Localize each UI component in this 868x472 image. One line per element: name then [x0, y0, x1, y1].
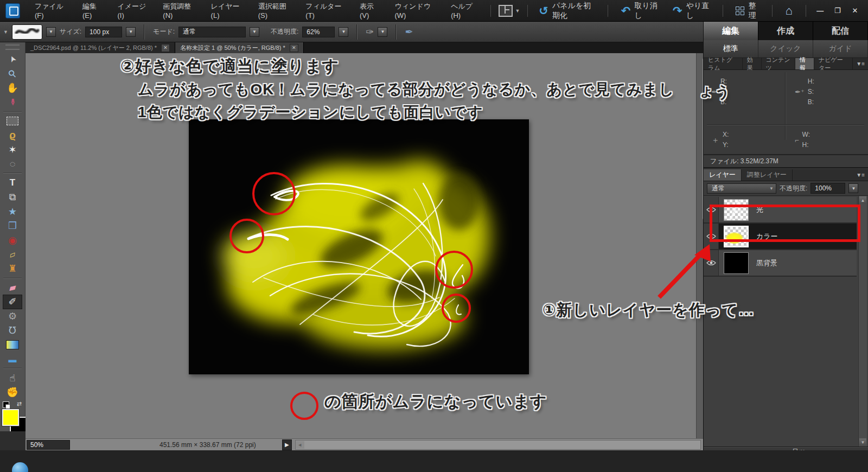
- crop-tool[interactable]: ⧉: [3, 190, 22, 204]
- shape-tool[interactable]: ▬: [3, 352, 22, 366]
- layers-menu-icon[interactable]: ▼≡: [853, 169, 868, 181]
- reset-panels-button[interactable]: ↺ パネルを初期化: [532, 1, 601, 21]
- close-button[interactable]: ✕: [847, 4, 863, 17]
- recompose-tool[interactable]: ❐: [3, 219, 22, 233]
- opacity-input[interactable]: 62%: [302, 27, 335, 37]
- airbrush-dropdown[interactable]: ▼: [378, 27, 387, 37]
- document-tab-bar: _DSC2964.psd @ 11.2% (レイヤー 2, RGB/8) * ✕…: [25, 42, 703, 53]
- layer-thumbnail[interactable]: [724, 252, 749, 274]
- undo-button[interactable]: ↶ 取り消し: [615, 1, 664, 21]
- minimize-button[interactable]: —: [813, 4, 828, 17]
- quick-selection-tool[interactable]: ◌: [3, 157, 22, 171]
- canvas-image-light-painting[interactable]: [189, 119, 529, 374]
- menu-enhance[interactable]: 画質調整(N): [156, 0, 203, 22]
- opacity-label: 不透明度:: [271, 27, 298, 36]
- zoom-tool[interactable]: ⚲: [3, 66, 22, 80]
- undo-label: 取り消し: [634, 1, 658, 21]
- redo-button[interactable]: ↷ やり直し: [666, 1, 716, 21]
- tab-edit[interactable]: 編集: [704, 22, 758, 40]
- tab-layers[interactable]: レイヤー: [704, 169, 742, 181]
- menu-image[interactable]: イメージ(I): [110, 0, 156, 22]
- gradient-tool[interactable]: [3, 337, 22, 352]
- layers-opacity-input[interactable]: 100%: [810, 183, 845, 194]
- eraser-tool[interactable]: ▰: [3, 280, 22, 295]
- brush-stroke-preview[interactable]: [12, 24, 42, 40]
- panel-menu-icon[interactable]: ▼≡: [853, 58, 868, 69]
- document-tab-dsc2964[interactable]: _DSC2964.psd @ 11.2% (レイヤー 2, RGB/8) * ✕: [25, 42, 175, 53]
- tab-standard[interactable]: 標準: [704, 40, 758, 58]
- sponge-tool[interactable]: ✊: [3, 385, 22, 399]
- status-options-button[interactable]: ▶: [282, 439, 292, 450]
- foreground-color-swatch[interactable]: [2, 409, 19, 426]
- home-button[interactable]: ⌂: [778, 4, 799, 18]
- tab-info[interactable]: 情報: [795, 58, 814, 69]
- tab-share[interactable]: 配信: [813, 22, 868, 40]
- annotation-step2-line1: ②好きな色で適当に塗ります: [120, 55, 339, 78]
- scroll-down-icon[interactable]: ▼: [859, 438, 866, 446]
- toolbox-grip[interactable]: [5, 44, 20, 50]
- eyedropper-tool[interactable]: ✒: [3, 95, 22, 109]
- restore-button[interactable]: ❐: [830, 4, 845, 17]
- rect-marquee-tool[interactable]: [3, 114, 22, 128]
- menu-view[interactable]: 表示(V): [353, 0, 388, 22]
- paint-bucket-tool[interactable]: ℧: [3, 323, 22, 337]
- menu-filter[interactable]: フィルター(T): [298, 0, 353, 22]
- close-tab-icon[interactable]: ✕: [161, 44, 170, 52]
- mode-select[interactable]: 通常: [178, 27, 246, 37]
- close-tab-icon[interactable]: ✕: [290, 44, 298, 52]
- collapse-options-icon[interactable]: ▼: [3, 29, 8, 35]
- organize-button[interactable]: 整理: [729, 1, 765, 21]
- brush-tool-selected[interactable]: ✐: [3, 295, 22, 309]
- scroll-left-icon[interactable]: ◄: [296, 441, 304, 449]
- tab-effects[interactable]: 効果: [743, 58, 762, 69]
- tab-guided[interactable]: ガイド: [813, 40, 868, 58]
- canvas-vertical-scrollbar[interactable]: [696, 53, 703, 438]
- tab-histogram[interactable]: ヒストグラム: [704, 58, 743, 69]
- organize-label: 整理: [748, 1, 758, 21]
- tablet-pressure-icon[interactable]: ✒: [405, 26, 413, 38]
- menu-window[interactable]: ウィンドウ(W): [387, 0, 444, 22]
- swap-colors-icon[interactable]: ⇄: [17, 400, 22, 407]
- blend-mode-value: 通常: [712, 184, 725, 193]
- scroll-up-icon[interactable]: ▲: [859, 196, 866, 204]
- brush-picker-dropdown[interactable]: ▼: [46, 27, 56, 37]
- red-eye-removal-tool[interactable]: ◉: [3, 233, 22, 247]
- size-dropdown[interactable]: ▼: [126, 27, 136, 37]
- type-tool[interactable]: T: [3, 175, 22, 189]
- default-colors-icon[interactable]: [3, 401, 9, 408]
- size-input[interactable]: 100 px: [85, 27, 122, 37]
- menu-layer[interactable]: レイヤー(L): [204, 0, 251, 22]
- move-tool[interactable]: ➤: [3, 52, 22, 66]
- magic-wand-tool[interactable]: ✶: [3, 143, 22, 157]
- arrange-layout-button[interactable]: ▼: [495, 5, 524, 17]
- tab-create[interactable]: 作成: [758, 22, 813, 40]
- cookie-cutter-tool[interactable]: ★: [3, 204, 22, 218]
- smart-brush-tool[interactable]: ⚙: [3, 309, 22, 323]
- menu-help[interactable]: ヘルプ(H): [444, 0, 486, 22]
- layer-row-black-bg[interactable]: 黒背景: [704, 250, 857, 277]
- tab-navigator[interactable]: ナビゲーター: [814, 58, 853, 69]
- menu-file[interactable]: ファイル(F): [28, 0, 75, 22]
- spot-healing-brush-tool[interactable]: ▱: [3, 247, 22, 261]
- menu-edit[interactable]: 編集(E): [75, 0, 111, 22]
- tab-adjustment-layers[interactable]: 調整レイヤー: [742, 169, 793, 181]
- mode-dropdown[interactable]: ▼: [250, 27, 259, 37]
- layers-tab-strip: レイヤー 調整レイヤー ▼≡: [704, 169, 868, 181]
- layer-name[interactable]: 黒背景: [756, 258, 777, 268]
- document-tab-untitled1[interactable]: 名称未設定 1 @ 50% (カラー, RGB/8) * ✕: [175, 42, 304, 53]
- project-bin-icon[interactable]: [12, 462, 28, 472]
- layers-opacity-dropdown[interactable]: ▼: [848, 183, 858, 193]
- airbrush-icon[interactable]: ✑: [366, 26, 374, 38]
- opacity-dropdown[interactable]: ▼: [339, 27, 348, 37]
- smudge-tool[interactable]: ☝: [3, 371, 22, 385]
- hand-tool[interactable]: ✋: [3, 81, 22, 95]
- tab-quick[interactable]: クイック: [758, 40, 813, 58]
- clone-stamp-tool[interactable]: ♜: [3, 261, 22, 276]
- zoom-level-input[interactable]: 50%: [27, 440, 70, 450]
- visibility-toggle[interactable]: [704, 250, 719, 276]
- tab-content[interactable]: コンテンツ: [762, 58, 796, 69]
- blend-mode-select[interactable]: 通常 ▼: [707, 183, 776, 194]
- lasso-tool[interactable]: ϱ: [3, 128, 22, 142]
- canvas-horizontal-scrollbar[interactable]: ◄: [295, 440, 701, 450]
- menu-select[interactable]: 選択範囲(S): [251, 0, 299, 22]
